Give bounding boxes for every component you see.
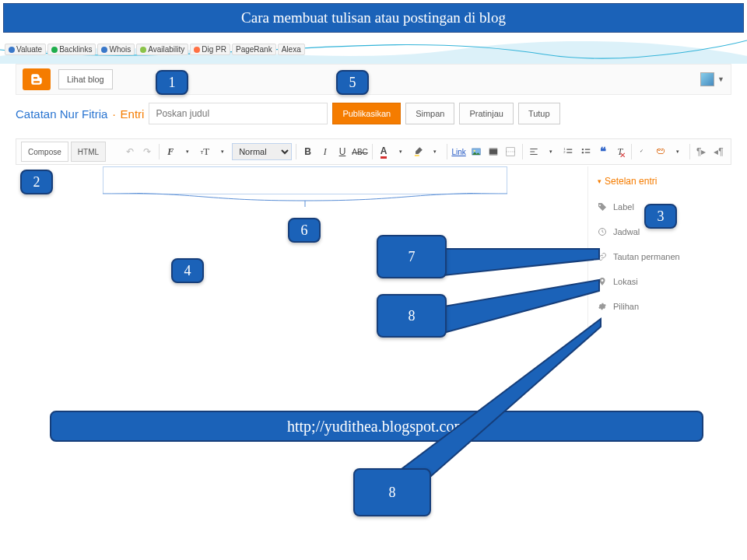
clock-icon	[598, 227, 607, 236]
footer-url-text: http;//yudithea.blogspot.com	[287, 418, 466, 436]
slide-title-banner: Cara membuat tulisan atau postingan di b…	[3, 3, 744, 33]
chevron-down-icon[interactable]: ▾	[671, 144, 686, 159]
callout-label: 6	[301, 222, 308, 239]
svg-marker-16	[392, 319, 601, 476]
callout-8a: 8	[377, 294, 447, 338]
panel-item-text: Jadwal	[613, 227, 640, 236]
blog-name[interactable]: Catatan Nur Fitria	[16, 107, 107, 121]
bold-icon[interactable]: B	[300, 144, 315, 159]
highlight-icon[interactable]	[411, 144, 426, 159]
paragraph-style-select[interactable]: Normal	[232, 143, 292, 160]
slide-title: Cara membuat tulisan atau postingan di b…	[241, 9, 506, 26]
svg-marker-14	[444, 249, 599, 275]
post-title-input[interactable]	[149, 103, 328, 124]
panel-header-label: Setelan entri	[605, 176, 657, 187]
link-icon	[598, 252, 607, 261]
avatar	[700, 72, 714, 86]
separator: ·	[112, 107, 115, 121]
callout-3: 3	[644, 204, 677, 229]
remove-format-icon[interactable]: T✕	[612, 144, 627, 159]
post-title-row: Catatan Nur Fitria · Entri Publikasikan …	[16, 103, 731, 124]
link-label: Link	[451, 148, 465, 156]
chevron-down-icon[interactable]: ▾	[428, 144, 443, 159]
close-button[interactable]: Tutup	[518, 103, 560, 124]
view-blog-button[interactable]: Lihat blog	[58, 69, 113, 89]
post-settings-panel: ▾ Setelan entri Label Jadwal Tautan perm…	[587, 166, 731, 328]
video-icon[interactable]	[486, 144, 500, 159]
quote-icon[interactable]: ❝	[595, 144, 610, 159]
tab-html[interactable]: HTML	[71, 142, 106, 162]
svg-rect-4	[489, 148, 498, 149]
seo-digpr-label: Dig PR	[202, 45, 226, 54]
link-icon[interactable]: Link	[451, 144, 466, 159]
seo-whois-label: Whois	[109, 45, 131, 54]
tab-html-label: HTML	[78, 148, 99, 156]
seo-availability[interactable]: Availability	[136, 44, 188, 55]
seo-whois[interactable]: Whois	[97, 44, 135, 55]
entri-label: Entri	[121, 107, 145, 121]
font-size-icon[interactable]: тT	[198, 144, 212, 159]
align-icon[interactable]	[527, 144, 542, 159]
callout-4: 4	[171, 258, 204, 283]
svg-point-10	[581, 149, 583, 150]
seo-alexa-label: Alexa	[282, 45, 301, 54]
transliterate-icon[interactable]: అ	[653, 144, 668, 159]
seo-pagerank[interactable]: PageRank	[232, 44, 276, 55]
seo-valuate[interactable]: Valuate	[5, 44, 46, 55]
ltr-icon[interactable]: ¶▸	[694, 144, 709, 159]
blogger-header: Lihat blog ▼	[16, 64, 731, 95]
list-bullet-icon[interactable]	[578, 144, 593, 159]
seo-availability-label: Availability	[148, 45, 184, 54]
publish-button[interactable]: Publikasikan	[332, 103, 401, 124]
gear-icon	[598, 302, 607, 311]
seo-digpr[interactable]: Dig PR	[190, 44, 230, 55]
chevron-down-icon: ▼	[717, 75, 724, 83]
preview-label: Pratinjau	[469, 109, 503, 118]
view-blog-label: Lihat blog	[67, 75, 104, 84]
blogger-logo-icon[interactable]	[23, 68, 51, 90]
preview-button[interactable]: Pratinjau	[459, 103, 513, 124]
close-label: Tutup	[528, 109, 550, 118]
callout-label: 5	[349, 75, 356, 91]
publish-label: Publikasikan	[342, 109, 391, 118]
seo-alexa[interactable]: Alexa	[278, 44, 305, 55]
panel-item-lokasi[interactable]: Lokasi	[598, 269, 727, 294]
font-family-icon[interactable]: F	[163, 144, 178, 159]
callout-8b: 8	[353, 468, 431, 516]
panel-item-tautan[interactable]: Tautan permanen	[598, 244, 727, 269]
callout-6: 6	[288, 218, 321, 243]
underline-icon[interactable]: U	[335, 144, 349, 159]
panel-item-pilihan[interactable]: Pilihan	[598, 294, 727, 319]
list-number-icon[interactable]: 12	[561, 144, 576, 159]
undo-icon[interactable]: ↶	[122, 144, 137, 159]
text-color-icon[interactable]: A	[376, 144, 391, 159]
editor-canvas[interactable]	[103, 166, 507, 194]
image-icon[interactable]	[468, 144, 483, 159]
italic-icon[interactable]: I	[317, 144, 332, 159]
chevron-down-icon[interactable]: ▾	[181, 144, 195, 159]
user-menu[interactable]: ▼	[700, 72, 724, 86]
tab-compose[interactable]: Compose	[21, 142, 68, 162]
callout-label: 2	[33, 174, 40, 191]
seo-backlinks[interactable]: Backlinks	[47, 44, 96, 55]
panel-item-text: Tautan permanen	[613, 252, 680, 261]
spellcheck-icon[interactable]: ✓	[636, 144, 651, 159]
svg-rect-0	[415, 155, 419, 156]
location-icon	[598, 277, 607, 286]
save-button[interactable]: Simpan	[405, 103, 454, 124]
seo-backlinks-label: Backlinks	[59, 45, 92, 54]
seo-valuate-label: Valuate	[16, 45, 42, 54]
jump-break-icon[interactable]	[503, 144, 517, 159]
panel-header[interactable]: ▾ Setelan entri	[598, 176, 727, 187]
chevron-down-icon[interactable]: ▾	[215, 144, 230, 159]
chevron-down-icon[interactable]: ▾	[394, 144, 409, 159]
seo-pagerank-label: PageRank	[236, 45, 272, 54]
svg-rect-5	[489, 155, 498, 156]
redo-icon[interactable]: ↷	[140, 144, 155, 159]
strike-icon[interactable]: ABC	[352, 144, 368, 159]
tag-icon	[598, 202, 607, 212]
svg-text:✓: ✓	[640, 148, 644, 153]
rtl-icon[interactable]: ◂¶	[711, 144, 726, 159]
chevron-down-icon[interactable]: ▾	[544, 144, 559, 159]
callout-label: 1	[169, 75, 176, 91]
